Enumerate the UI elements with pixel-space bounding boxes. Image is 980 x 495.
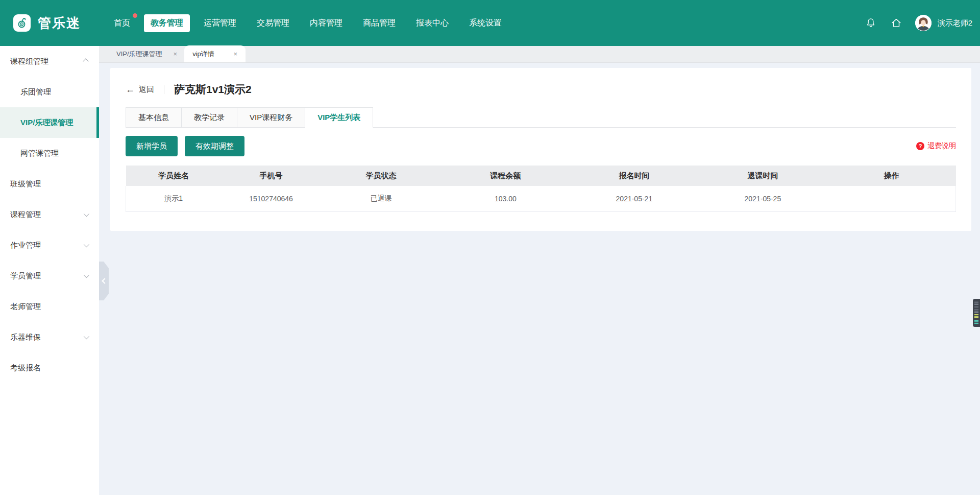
back-button[interactable]: ← 返回 bbox=[126, 85, 154, 95]
nav-item-operations[interactable]: 运营管理 bbox=[197, 14, 243, 32]
sidebar-item-vip-course[interactable]: VIP/乐理课管理 bbox=[0, 107, 99, 138]
minimap-stripes-yellow bbox=[974, 314, 978, 319]
nav-item-settings[interactable]: 系统设置 bbox=[462, 14, 508, 32]
user-avatar[interactable] bbox=[915, 15, 932, 31]
edge-minimap-widget[interactable] bbox=[973, 299, 980, 327]
sidebar-item-instrument-maintenance[interactable]: 乐器维保 bbox=[0, 322, 99, 352]
adjust-validity-button[interactable]: 有效期调整 bbox=[185, 136, 244, 156]
col-student-name: 学员姓名 bbox=[126, 166, 222, 186]
home-icon[interactable] bbox=[890, 16, 903, 30]
nav-item-content[interactable]: 内容管理 bbox=[303, 14, 349, 32]
detail-tabs: 基本信息 教学记录 VIP课程财务 VIP学生列表 bbox=[126, 107, 956, 128]
sidebar-item-exam-registration[interactable]: 考级报名 bbox=[0, 352, 99, 383]
chevron-down-icon bbox=[84, 272, 89, 278]
brand-name: 管乐迷 bbox=[38, 14, 81, 32]
sidebar-collapse-handle[interactable] bbox=[99, 262, 109, 300]
nav-item-transactions[interactable]: 交易管理 bbox=[250, 14, 296, 32]
chevron-down-icon bbox=[84, 242, 89, 247]
cell-withdraw-time: 2021-05-25 bbox=[698, 186, 827, 211]
back-arrow-icon: ← bbox=[126, 85, 135, 94]
chevron-left-icon bbox=[102, 278, 107, 284]
col-actions: 操作 bbox=[827, 166, 955, 186]
sidebar-item-teacher-mgmt[interactable]: 老师管理 bbox=[0, 291, 99, 322]
sidebar-item-homework-mgmt[interactable]: 作业管理 bbox=[0, 230, 99, 261]
question-circle-icon: ? bbox=[916, 142, 924, 150]
content-area: ← 返回 萨克斯1v1演示2 基本信息 教学记录 VIP课程财务 VIP学生列表 bbox=[99, 63, 980, 495]
cell-student-status: 已退课 bbox=[321, 186, 442, 211]
bell-icon[interactable] bbox=[864, 16, 877, 30]
sidebar-item-online-course[interactable]: 网管课管理 bbox=[0, 138, 99, 169]
cell-student-name: 演示1 bbox=[126, 186, 222, 211]
card-header: ← 返回 萨克斯1v1演示2 bbox=[126, 79, 956, 100]
minimap-stripes-teal bbox=[974, 320, 978, 325]
notification-dot-badge bbox=[133, 13, 137, 18]
minimap-stripes-gray bbox=[974, 301, 978, 314]
sidebar-item-course-mgmt[interactable]: 课程管理 bbox=[0, 199, 99, 230]
top-navigation: 首页 教务管理 运营管理 交易管理 内容管理 商品管理 报表中心 系统设置 bbox=[107, 14, 508, 32]
cell-phone: 15102740646 bbox=[221, 186, 321, 211]
route-tab-vip-course[interactable]: VIP/乐理课管理 × bbox=[109, 45, 184, 62]
col-student-status: 学员状态 bbox=[321, 166, 442, 186]
add-student-button[interactable]: 新增学员 bbox=[126, 136, 178, 156]
cell-actions bbox=[827, 186, 955, 211]
action-row: 新增学员 有效期调整 ? 退费说明 bbox=[126, 136, 956, 156]
app-screen: 管乐迷 首页 教务管理 运营管理 交易管理 内容管理 商品管理 报表中心 系统设… bbox=[0, 0, 980, 495]
nav-item-home[interactable]: 首页 bbox=[107, 14, 137, 32]
table-header-row: 学员姓名 手机号 学员状态 课程余额 报名时间 退课时间 操作 bbox=[126, 166, 956, 186]
col-register-time: 报名时间 bbox=[570, 166, 698, 186]
col-phone: 手机号 bbox=[221, 166, 321, 186]
refund-note-link[interactable]: ? 退费说明 bbox=[916, 142, 956, 151]
sidebar-item-orchestra[interactable]: 乐团管理 bbox=[0, 77, 99, 107]
sidebar-item-course-group[interactable]: 课程组管理 bbox=[0, 46, 99, 77]
sidebar-item-student-mgmt[interactable]: 学员管理 bbox=[0, 261, 99, 291]
chevron-down-icon bbox=[84, 334, 89, 339]
chevron-down-icon bbox=[84, 211, 89, 217]
detail-card: ← 返回 萨克斯1v1演示2 基本信息 教学记录 VIP课程财务 VIP学生列表 bbox=[110, 68, 971, 231]
sidebar: 课程组管理 乐团管理 VIP/乐理课管理 网管课管理 班级管理 课程管理 作业管… bbox=[0, 46, 99, 495]
main-area: VIP/乐理课管理 × vip详情 × ← 返回 萨克斯 bbox=[99, 46, 980, 495]
nav-item-academic[interactable]: 教务管理 bbox=[144, 14, 190, 32]
route-tab-vip-detail[interactable]: vip详情 × bbox=[184, 45, 246, 62]
tab-teaching-records[interactable]: 教学记录 bbox=[181, 107, 237, 128]
cell-register-time: 2021-05-21 bbox=[570, 186, 698, 211]
nav-item-reports[interactable]: 报表中心 bbox=[409, 14, 455, 32]
nav-item-goods[interactable]: 商品管理 bbox=[356, 14, 402, 32]
close-icon[interactable]: × bbox=[234, 50, 238, 58]
tab-vip-student-list[interactable]: VIP学生列表 bbox=[305, 107, 373, 128]
page-title: 萨克斯1v1演示2 bbox=[174, 82, 252, 97]
tab-vip-course-finance[interactable]: VIP课程财务 bbox=[237, 107, 305, 128]
user-name[interactable]: 演示老师2 bbox=[938, 18, 972, 28]
col-withdraw-time: 退课时间 bbox=[698, 166, 827, 186]
sidebar-item-class-mgmt[interactable]: 班级管理 bbox=[0, 169, 99, 199]
header-right-cluster: 演示老师2 bbox=[864, 15, 972, 31]
chevron-up-icon bbox=[83, 58, 88, 64]
header-divider bbox=[164, 85, 164, 94]
top-header: 管乐迷 首页 教务管理 运营管理 交易管理 内容管理 商品管理 报表中心 系统设… bbox=[0, 0, 980, 46]
tabs-filler-line bbox=[373, 107, 956, 128]
table-row: 演示1 15102740646 已退课 103.00 2021-05-21 20… bbox=[126, 186, 956, 211]
tab-basic-info[interactable]: 基本信息 bbox=[126, 107, 182, 128]
route-tab-bar: VIP/乐理课管理 × vip详情 × bbox=[99, 46, 980, 63]
cell-course-balance: 103.00 bbox=[441, 186, 570, 211]
close-icon[interactable]: × bbox=[174, 50, 178, 58]
col-course-balance: 课程余额 bbox=[441, 166, 570, 186]
brand-logo-icon bbox=[13, 14, 31, 32]
vip-student-table: 学员姓名 手机号 学员状态 课程余额 报名时间 退课时间 操作 bbox=[126, 166, 956, 212]
